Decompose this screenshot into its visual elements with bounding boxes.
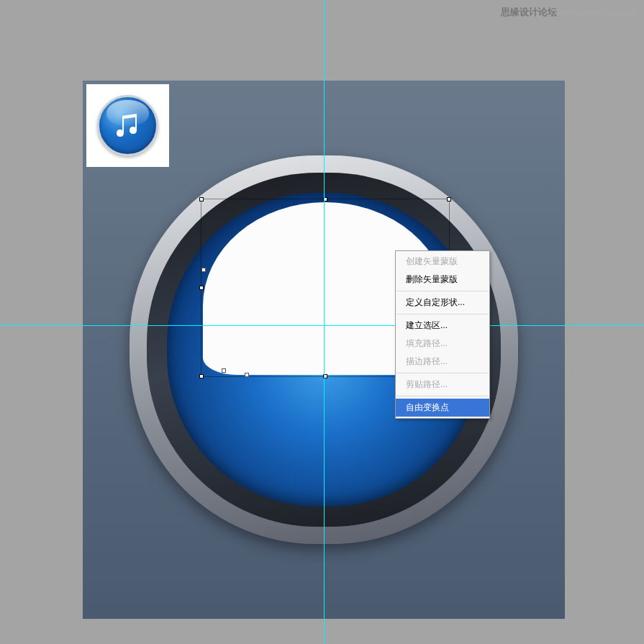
path-anchor-point[interactable] [222,368,226,373]
music-note-icon [112,110,144,142]
watermark-sub-text: WWW.MISSYUAN.COM [559,9,635,17]
menu-item-create-vector-mask: 创建矢量蒙版 [396,253,489,271]
transform-handle-top-right[interactable] [447,197,451,201]
menu-item-make-selection[interactable]: 建立选区... [396,317,489,335]
menu-item-clipping-path: 剪贴路径... [396,376,489,394]
itunes-icon [97,95,158,156]
menu-item-fill-path: 填充路径... [396,335,489,353]
menu-separator [396,373,489,373]
menu-item-define-custom-shape[interactable]: 定义自定形状... [396,294,489,312]
menu-item-delete-vector-mask[interactable]: 删除矢量蒙版 [396,271,489,289]
menu-separator [396,314,489,314]
watermark: 思缘设计论坛 WWW.MISSYUAN.COM [501,6,635,19]
horizontal-guide[interactable] [0,325,644,326]
path-context-menu: 创建矢量蒙版 删除矢量蒙版 定义自定形状... 建立选区... 填充路径... … [395,250,490,419]
transform-handle-middle-left[interactable] [199,286,204,290]
path-anchor-point[interactable] [201,268,206,272]
reference-thumbnail [86,84,169,167]
path-anchor-point[interactable] [245,373,249,377]
menu-separator [396,396,489,396]
transform-handle-top-left[interactable] [199,197,204,201]
menu-item-stroke-path: 描边路径... [396,353,489,371]
vertical-guide[interactable] [324,0,325,644]
menu-item-free-transform-points[interactable]: 自由变换点 [396,399,489,417]
menu-separator [396,291,489,291]
transform-handle-bottom-left[interactable] [199,374,204,378]
watermark-main-text: 思缘设计论坛 [501,6,557,17]
